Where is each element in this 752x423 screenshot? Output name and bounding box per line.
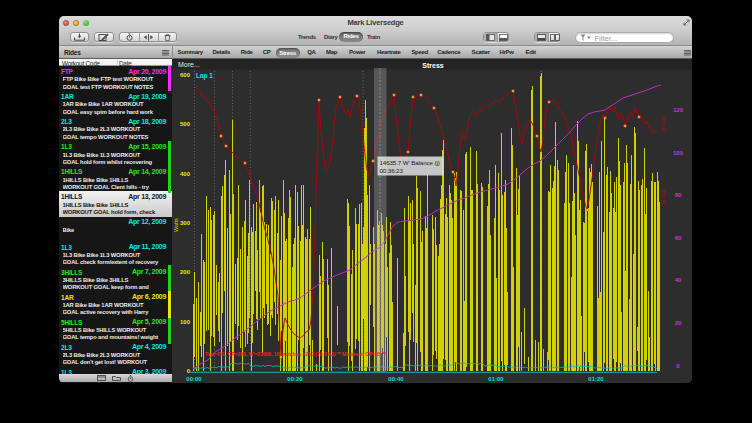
svg-text:80: 80 [675,192,682,198]
svg-text:500: 500 [180,121,191,127]
svg-text:400: 400 [180,171,191,177]
svg-text:Stress: Stress [422,62,444,69]
svg-text:60: 60 [675,235,682,241]
svg-text:01:00: 01:00 [488,376,504,382]
svg-text:More...: More... [178,61,200,68]
svg-text:25 000: 25 000 [660,116,666,132]
svg-text:00:40: 00:40 [388,376,404,382]
svg-text:00:36:23: 00:36:23 [380,167,404,174]
svg-text:15 000: 15 000 [660,189,666,205]
svg-text:300: 300 [180,220,191,226]
svg-text:Watts: Watts [173,218,179,232]
svg-text:100: 100 [180,319,191,325]
svg-text:Lap 1: Lap 1 [196,72,213,80]
svg-text:100: 100 [673,150,684,156]
svg-text:14635.7 W' Balance (j): 14635.7 W' Balance (j) [380,159,440,166]
svg-text:600: 600 [180,72,191,78]
svg-text:00:20: 00:20 [287,376,303,382]
svg-text:200: 200 [180,269,191,275]
svg-text:40: 40 [675,277,682,283]
svg-text:Tau=451, CP=286, W'=23000, 10: Tau=451, CP=286, W'=23000, 10 matches >2… [205,351,386,357]
svg-text:120: 120 [673,107,684,113]
svg-text:01:20: 01:20 [588,376,604,382]
svg-text:00:00: 00:00 [186,376,202,382]
svg-text:20: 20 [675,320,682,326]
